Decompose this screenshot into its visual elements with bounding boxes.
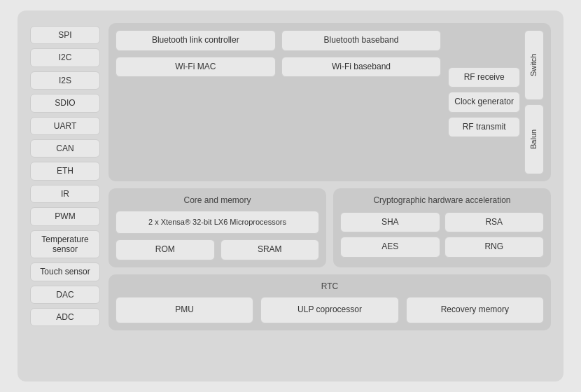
rng-block: RNG <box>444 237 545 258</box>
rf-col: Switch Balun <box>524 30 544 174</box>
rf-transmit-block: RF transmit <box>448 117 520 138</box>
rsa-block: RSA <box>444 212 545 233</box>
label-sdio: SDIO <box>30 94 100 112</box>
rf-receive-block: RF receive <box>448 67 520 88</box>
label-spi: SPI <box>30 26 100 44</box>
main-content: Bluetooth link controller Bluetooth base… <box>108 23 551 369</box>
bt-baseband-block: Bluetooth baseband <box>281 30 442 51</box>
clock-gen-block: Clock generator <box>448 92 520 113</box>
sram-block: SRAM <box>220 239 320 260</box>
rom-block: ROM <box>115 239 215 260</box>
label-adc: ADC <box>30 308 100 326</box>
bt-row: Bluetooth link controller Bluetooth base… <box>115 30 441 51</box>
label-uart: UART <box>30 117 100 135</box>
rtc-title: RTC <box>115 281 544 291</box>
rtc-section: RTC PMU ULP coprocessor Recovery memory <box>108 274 551 330</box>
label-i2s: I2S <box>30 71 100 90</box>
label-dac: DAC <box>30 286 100 304</box>
rf-section: RF receive Clock generator RF transmit S… <box>448 30 544 174</box>
top-section: Bluetooth link controller Bluetooth base… <box>108 23 551 181</box>
crypto-title: Cryptographic hardware acceleration <box>340 195 544 206</box>
rom-sram-row: ROM SRAM <box>115 239 319 260</box>
balun-block: Balun <box>524 104 544 174</box>
pmu-block: PMU <box>115 297 253 323</box>
wifi-row: Wi-Fi MAC Wi-Fi baseband <box>115 57 441 78</box>
rtc-blocks-row: PMU ULP coprocessor Recovery memory <box>115 297 544 323</box>
label-eth: ETH <box>30 162 100 180</box>
core-memory-section: Core and memory 2 x Xtensa® 32-bit LX6 M… <box>108 188 326 267</box>
crypto-grid: SHA RSA AES RNG <box>340 212 544 258</box>
label-temp-sensor: Temperature sensor <box>30 230 100 259</box>
bt-controller-block: Bluetooth link controller <box>115 30 276 51</box>
sha-block: SHA <box>340 212 440 233</box>
wifi-baseband-block: Wi-Fi baseband <box>281 57 442 78</box>
switch-block: Switch <box>524 30 544 100</box>
label-can: CAN <box>30 139 100 158</box>
label-touch-sensor: Touch sensor <box>30 262 100 281</box>
recovery-memory-block: Recovery memory <box>406 297 544 323</box>
core-title: Core and memory <box>115 195 319 205</box>
aes-block: AES <box>340 237 440 258</box>
label-pwm: PWM <box>30 207 100 225</box>
wifi-mac-block: Wi-Fi MAC <box>115 57 276 78</box>
crypto-section: Cryptographic hardware acceleration SHA … <box>333 188 551 267</box>
label-ir: IR <box>30 185 100 203</box>
chip-diagram: SPI I2C I2S SDIO UART CAN ETH IR PWM Tem… <box>18 10 564 382</box>
rf-blocks: RF receive Clock generator RF transmit <box>448 30 520 174</box>
bt-wifi-group: Bluetooth link controller Bluetooth base… <box>115 30 441 174</box>
cpu-block: 2 x Xtensa® 32-bit LX6 Microprocessors <box>115 211 319 234</box>
ulp-block: ULP coprocessor <box>260 297 398 323</box>
peripheral-column: SPI I2C I2S SDIO UART CAN ETH IR PWM Tem… <box>30 23 100 369</box>
middle-section: Core and memory 2 x Xtensa® 32-bit LX6 M… <box>108 188 551 267</box>
label-i2c: I2C <box>30 48 100 66</box>
